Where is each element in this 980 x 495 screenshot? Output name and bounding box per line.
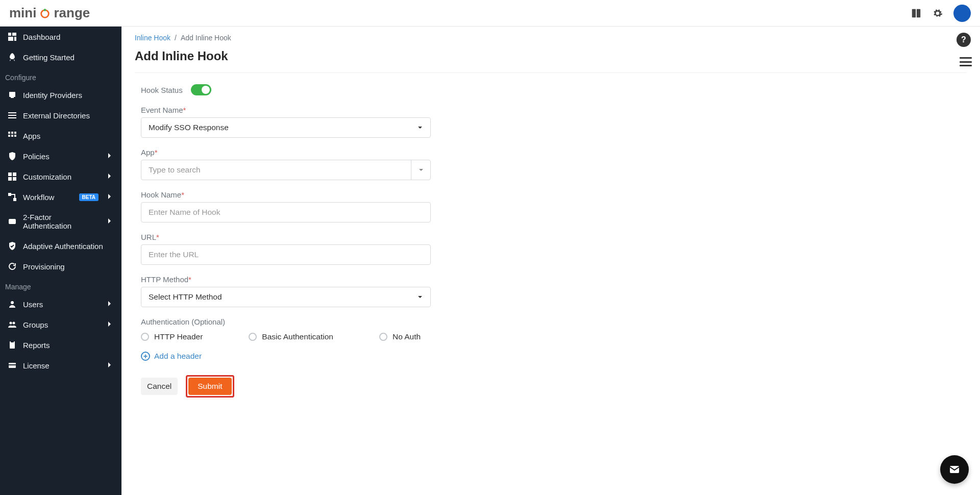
- logo-text-range: range: [54, 5, 90, 21]
- sidebar-item-external-directories[interactable]: External Directories: [0, 105, 121, 126]
- docs-icon[interactable]: [911, 8, 922, 19]
- sidebar-item-provisioning[interactable]: Provisioning: [0, 256, 121, 277]
- workflow-icon: [8, 192, 17, 202]
- url-input-wrap[interactable]: [141, 244, 431, 265]
- sidebar-item-license[interactable]: License: [0, 355, 121, 376]
- sidebar-item-workflow[interactable]: Workflow BETA: [0, 187, 121, 207]
- sync-icon: [8, 262, 17, 271]
- auth-radio-group: HTTP Header Basic Authentication No Auth: [141, 329, 431, 341]
- card-icon: [8, 361, 17, 370]
- cancel-button[interactable]: Cancel: [141, 378, 178, 395]
- sidebar-label: External Directories: [23, 111, 114, 120]
- sidebar-item-apps[interactable]: Apps: [0, 126, 121, 146]
- hook-name-input[interactable]: [149, 208, 423, 217]
- sidebar-item-identity-providers[interactable]: Identity Providers: [0, 85, 121, 105]
- sidebar-item-reports[interactable]: Reports: [0, 335, 121, 355]
- auth-option-basic[interactable]: Basic Authentication: [249, 332, 333, 341]
- svg-rect-27: [11, 341, 14, 342]
- event-name-select[interactable]: Modify SSO Response: [141, 117, 431, 138]
- hamburger-menu-icon[interactable]: [959, 56, 973, 67]
- form: Hook Status Event Name* Modify SSO Respo…: [135, 84, 431, 398]
- chevron-right-icon: [107, 193, 114, 201]
- dashboard-icon: [8, 32, 17, 41]
- svg-rect-14: [11, 135, 13, 137]
- svg-rect-29: [9, 364, 16, 365]
- submit-button[interactable]: Submit: [188, 378, 231, 395]
- hook-status-label: Hook Status: [141, 86, 183, 94]
- svg-rect-20: [8, 193, 11, 196]
- main: ? Inline Hook / Add Inline Hook Add Inli…: [121, 27, 980, 495]
- auth-option-noauth[interactable]: No Auth: [379, 332, 421, 341]
- svg-point-24: [10, 322, 12, 325]
- app-input[interactable]: [149, 165, 404, 175]
- logo-text-mini: mini: [9, 5, 36, 21]
- divider: [135, 72, 967, 73]
- svg-rect-9: [8, 117, 16, 118]
- event-name-label: Event Name*: [141, 106, 431, 114]
- svg-rect-11: [11, 132, 13, 134]
- breadcrumb: Inline Hook / Add Inline Hook: [135, 34, 967, 42]
- breadcrumb-sep: /: [175, 34, 177, 42]
- svg-rect-18: [8, 177, 12, 181]
- svg-rect-1: [8, 33, 11, 36]
- svg-rect-10: [8, 132, 10, 134]
- gear-icon[interactable]: [932, 8, 943, 19]
- sidebar-item-dashboard[interactable]: Dashboard: [0, 27, 121, 47]
- avatar[interactable]: [953, 5, 971, 22]
- topbar: mini range: [0, 0, 980, 27]
- chevron-right-icon: [107, 321, 114, 328]
- hook-name-input-wrap[interactable]: [141, 202, 431, 222]
- sidebar-label: Reports: [23, 341, 114, 350]
- sidebar-label: Getting Started: [23, 53, 114, 62]
- sidebar-item-customization[interactable]: Customization: [0, 166, 121, 187]
- rocket-icon: [8, 53, 17, 62]
- svg-rect-26: [10, 341, 15, 349]
- url-label: URL*: [141, 233, 431, 241]
- event-name-value: Modify SSO Response: [149, 123, 229, 132]
- beta-badge: BETA: [79, 193, 99, 201]
- logo-o-icon: [39, 8, 51, 19]
- action-row: Cancel Submit: [141, 375, 431, 398]
- mail-fab[interactable]: [940, 455, 969, 484]
- sidebar-item-2fa[interactable]: 2-Factor Authentication: [0, 207, 121, 236]
- sidebar-label: Provisioning: [23, 262, 114, 271]
- hook-status-toggle[interactable]: [191, 84, 211, 95]
- sidebar-item-groups[interactable]: Groups: [0, 314, 121, 335]
- logo[interactable]: mini range: [9, 5, 90, 21]
- topbar-right: [911, 5, 971, 22]
- sidebar-label: Policies: [23, 152, 101, 161]
- svg-rect-22: [9, 219, 16, 224]
- breadcrumb-root[interactable]: Inline Hook: [135, 34, 170, 42]
- svg-point-23: [11, 301, 14, 304]
- sidebar-label: Groups: [23, 320, 101, 329]
- svg-rect-17: [13, 172, 16, 176]
- http-method-select[interactable]: Select HTTP Method: [141, 287, 431, 307]
- sidebar-label: Customization: [23, 172, 101, 181]
- svg-rect-2: [12, 33, 16, 36]
- sidebar-label: 2-Factor Authentication: [23, 213, 101, 230]
- svg-point-25: [13, 322, 15, 325]
- auth-option-http-header[interactable]: HTTP Header: [141, 332, 203, 341]
- chevron-right-icon: [107, 173, 114, 180]
- svg-rect-21: [13, 198, 16, 201]
- app-dropdown-button[interactable]: [411, 160, 430, 180]
- sidebar-item-adaptive-auth[interactable]: Adaptive Authentication: [0, 236, 121, 256]
- auth-label: Authentication (Optional): [141, 317, 431, 326]
- user-icon: [8, 300, 17, 309]
- sidebar-item-policies[interactable]: Policies: [0, 146, 121, 166]
- customize-icon: [8, 172, 17, 181]
- http-method-value: Select HTTP Method: [149, 292, 222, 302]
- sidebar-heading-manage: Manage: [0, 277, 121, 294]
- sidebar-heading-configure: Configure: [0, 67, 121, 85]
- svg-rect-15: [14, 135, 16, 137]
- url-input[interactable]: [149, 250, 423, 259]
- sidebar-item-getting-started[interactable]: Getting Started: [0, 47, 121, 67]
- add-header-link[interactable]: + Add a header: [141, 352, 202, 361]
- chevron-down-icon: [417, 125, 423, 131]
- svg-rect-4: [14, 37, 16, 41]
- sidebar-label: License: [23, 361, 101, 370]
- sidebar-item-users[interactable]: Users: [0, 294, 121, 314]
- help-button[interactable]: ?: [957, 33, 971, 47]
- app-combobox[interactable]: [141, 160, 431, 180]
- chevron-right-icon: [107, 153, 114, 160]
